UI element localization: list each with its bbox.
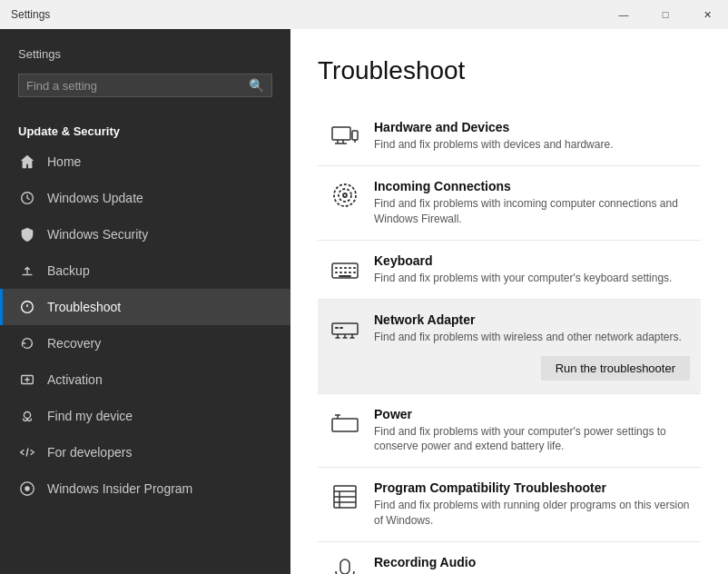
sidebar-item-for-developers-label: For developers (47, 445, 132, 460)
sidebar-item-for-developers[interactable]: For developers (0, 434, 290, 470)
sidebar-item-backup[interactable]: Backup (0, 252, 290, 289)
settings-window: Settings — □ ✕ Settings 🔍 Update & Secur… (0, 0, 728, 574)
network-adapter-name: Network Adapter (374, 312, 690, 327)
power-name: Power (374, 407, 690, 421)
insider-icon (18, 480, 36, 498)
svg-rect-6 (332, 127, 350, 140)
troubleshoot-incoming-connections[interactable]: Incoming Connections Find and fix proble… (318, 166, 701, 240)
section-label: Update & Security (0, 114, 290, 144)
close-button[interactable]: ✕ (686, 0, 728, 29)
sidebar-item-windows-update-label: Windows Update (47, 191, 143, 205)
power-text: Power Find and fix problems with your co… (374, 407, 690, 455)
svg-rect-40 (340, 559, 349, 574)
sidebar-item-windows-security[interactable]: Windows Security (0, 216, 290, 252)
hardware-devices-icon (329, 120, 361, 153)
svg-point-10 (343, 193, 347, 197)
shield-icon (18, 225, 36, 243)
program-compatibility-icon (329, 480, 361, 513)
sidebar-item-backup-label: Backup (47, 263, 90, 278)
home-icon (18, 153, 36, 171)
title-bar-controls: — □ ✕ (603, 0, 728, 29)
keyboard-icon (329, 253, 361, 286)
network-adapter-text: Network Adapter Find and fix problems wi… (374, 312, 690, 345)
page-title: Troubleshoot (318, 56, 701, 85)
run-troubleshooter-button[interactable]: Run the troubleshooter (541, 356, 690, 381)
sidebar-item-find-my-device-label: Find my device (47, 409, 133, 423)
sidebar-item-troubleshoot-label: Troubleshoot (47, 300, 121, 314)
sidebar-item-find-my-device[interactable]: Find my device (0, 398, 290, 434)
network-adapter-desc: Find and fix problems with wireless and … (374, 330, 690, 345)
troubleshoot-keyboard[interactable]: Keyboard Find and fix problems with your… (318, 241, 701, 299)
troubleshoot-network-adapter[interactable]: Network Adapter Find and fix problems wi… (318, 300, 701, 393)
recording-audio-text: Recording Audio (374, 555, 690, 572)
sidebar: Settings 🔍 Update & Security Home (0, 29, 290, 574)
sidebar-header: Settings 🔍 (0, 29, 290, 114)
window-title: Settings (11, 8, 50, 21)
sidebar-item-troubleshoot[interactable]: Troubleshoot (0, 289, 290, 325)
svg-rect-32 (332, 419, 358, 431)
sidebar-item-home[interactable]: Home (0, 144, 290, 180)
update-icon (18, 189, 36, 207)
activation-icon (18, 371, 36, 389)
hardware-devices-text: Hardware and Devices Find and fix proble… (374, 120, 690, 153)
keyboard-desc: Find and fix problems with your computer… (374, 271, 690, 286)
title-bar: Settings — □ ✕ (0, 0, 728, 29)
search-input[interactable] (26, 79, 249, 93)
troubleshoot-icon (18, 298, 36, 316)
incoming-connections-text: Incoming Connections Find and fix proble… (374, 179, 690, 227)
svg-point-3 (24, 412, 30, 419)
hardware-devices-name: Hardware and Devices (374, 120, 690, 134)
sidebar-item-activation-label: Activation (47, 372, 103, 387)
main-content: Troubleshoot Hardware and Devices Find a… (290, 29, 728, 574)
incoming-connections-name: Incoming Connections (374, 179, 690, 193)
svg-rect-7 (352, 131, 358, 140)
incoming-connections-icon (329, 179, 361, 212)
sidebar-item-windows-security-label: Windows Security (47, 227, 148, 242)
svg-point-8 (334, 184, 356, 206)
sidebar-item-windows-insider[interactable]: Windows Insider Program (0, 470, 290, 507)
sidebar-item-home-label: Home (47, 154, 81, 169)
power-desc: Find and fix problems with your computer… (374, 424, 690, 455)
search-box[interactable]: 🔍 (18, 74, 272, 97)
keyboard-name: Keyboard (374, 253, 690, 268)
sidebar-item-windows-insider-label: Windows Insider Program (47, 481, 192, 496)
recovery-icon (18, 334, 36, 352)
minimize-button[interactable]: — (603, 0, 644, 29)
program-compatibility-desc: Find and fix problems with running older… (374, 498, 690, 529)
content-area: Settings 🔍 Update & Security Home (0, 29, 728, 574)
sidebar-item-windows-update[interactable]: Windows Update (0, 180, 290, 216)
maximize-button[interactable]: □ (644, 0, 686, 29)
sidebar-item-recovery-label: Recovery (47, 336, 101, 351)
network-adapter-row: Network Adapter Find and fix problems wi… (329, 312, 690, 345)
network-adapter-icon (329, 312, 361, 345)
troubleshoot-program-compatibility[interactable]: Program Compatibility Troubleshooter Fin… (318, 468, 701, 541)
svg-point-5 (25, 486, 29, 490)
program-compatibility-name: Program Compatibility Troubleshooter (374, 480, 690, 495)
sidebar-item-activation[interactable]: Activation (0, 361, 290, 398)
incoming-connections-desc: Find and fix problems with incoming comp… (374, 196, 690, 227)
troubleshoot-recording-audio[interactable]: Recording Audio (318, 542, 701, 574)
recording-audio-name: Recording Audio (374, 555, 690, 569)
power-icon (329, 407, 361, 440)
developers-icon (18, 443, 36, 461)
sidebar-item-recovery[interactable]: Recovery (0, 325, 290, 361)
search-icon[interactable]: 🔍 (249, 78, 264, 93)
sidebar-app-title: Settings (18, 47, 272, 61)
hardware-devices-desc: Find and fix problems with devices and h… (374, 137, 690, 153)
backup-icon (18, 262, 36, 280)
program-compatibility-text: Program Compatibility Troubleshooter Fin… (374, 480, 690, 529)
find-device-icon (18, 407, 36, 425)
keyboard-text: Keyboard Find and fix problems with your… (374, 253, 690, 286)
troubleshoot-power[interactable]: Power Find and fix problems with your co… (318, 394, 701, 468)
svg-point-9 (339, 189, 351, 202)
troubleshoot-hardware-devices[interactable]: Hardware and Devices Find and fix proble… (318, 107, 701, 165)
recording-audio-icon (329, 555, 361, 574)
